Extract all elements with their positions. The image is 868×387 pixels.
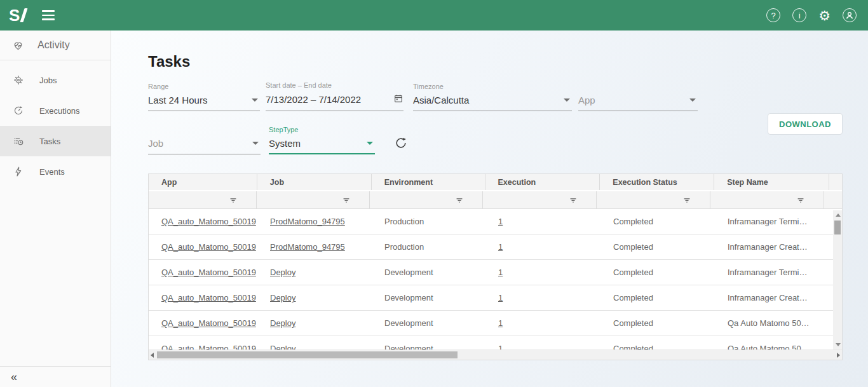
execution-link[interactable]: 1 (498, 318, 503, 328)
environment-cell: Development (372, 268, 485, 277)
app-link[interactable]: QA_auto_Matomo_50019 (161, 293, 256, 302)
filter-execution-status[interactable] (597, 191, 710, 208)
environment-cell: Production (372, 217, 485, 226)
environment-cell: Production (372, 242, 485, 252)
sidebar-section-activity[interactable]: Activity (0, 31, 111, 60)
heart-pulse-icon (12, 39, 24, 51)
step-name-cell: Inframanager Termi… (715, 268, 830, 277)
job-link[interactable]: Deploy (270, 293, 295, 302)
range-select[interactable]: Range Last 24 Hours (148, 83, 260, 111)
chevron-down-icon (252, 142, 259, 145)
timezone-select[interactable]: Timezone Asia/Calcutta (413, 83, 572, 111)
column-header-execution-status[interactable]: Execution Status (600, 174, 714, 190)
execution-link[interactable]: 1 (498, 293, 503, 302)
settings-gear-icon[interactable]: ⚙ (818, 9, 831, 22)
app-link[interactable]: QA_auto_Matomo_50019 (161, 268, 256, 277)
sidebar-collapse-button[interactable]: « (0, 366, 111, 387)
timezone-label: Timezone (413, 83, 572, 92)
scroll-left-icon[interactable] (151, 353, 154, 358)
column-header-execution[interactable]: Execution (485, 174, 600, 190)
horizontal-scroll-thumb[interactable] (157, 351, 458, 358)
scroll-up-icon[interactable] (836, 214, 841, 217)
job-link[interactable]: Deploy (270, 268, 295, 277)
app-link[interactable]: QA_auto_Matomo_50019 (161, 318, 256, 328)
download-button[interactable]: DOWNLOAD (768, 113, 843, 135)
help-icon[interactable]: ? (766, 8, 780, 22)
step-name-cell: Inframanager Termi… (715, 217, 830, 226)
table-row: QA_auto_Matomo_50019 ProdMatomo_94795 Pr… (149, 234, 833, 260)
job-link[interactable]: ProdMatomo_94795 (270, 242, 345, 252)
status-cell: Completed (600, 217, 715, 226)
filter-spacer (824, 191, 842, 208)
execution-link[interactable]: 1 (498, 268, 503, 277)
chevron-down-icon (689, 98, 696, 102)
execution-link[interactable]: 1 (498, 217, 503, 226)
main-content: Tasks Range Last 24 Hours Start date – E… (111, 31, 868, 387)
executions-gauge-icon (13, 105, 25, 117)
table-row: QA_auto_Matomo_50019 Deploy Development … (149, 311, 833, 336)
date-range-input[interactable]: Start date – End date 7/13/2022 – 7/14/2… (266, 81, 403, 111)
sidebar-item-jobs[interactable]: Jobs (0, 65, 111, 95)
job-link[interactable]: Deploy (270, 318, 295, 328)
sidebar-item-executions[interactable]: Executions (0, 95, 111, 126)
refresh-icon[interactable] (394, 136, 408, 153)
range-label: Range (148, 83, 260, 92)
vertical-scrollbar[interactable] (833, 210, 842, 350)
filter-step-name[interactable] (710, 191, 824, 208)
steptype-select[interactable]: StepType System (269, 126, 375, 154)
app-link[interactable]: QA_auto_Matomo_50019 (161, 217, 256, 226)
column-header-app[interactable]: App (149, 174, 257, 190)
tasks-list-icon (13, 135, 25, 147)
date-range-value: 7/13/2022 – 7/14/2022 (266, 94, 361, 105)
timezone-value: Asia/Calcutta (413, 95, 469, 105)
horizontal-scrollbar[interactable] (149, 350, 842, 360)
table-row: QA_auto_Matomo_50019 Deploy Development … (149, 285, 833, 311)
environment-cell: Development (372, 293, 485, 302)
scroll-right-icon[interactable] (837, 353, 840, 358)
filter-job[interactable] (257, 191, 370, 208)
menu-hamburger-icon[interactable] (42, 10, 55, 20)
scroll-down-icon[interactable] (836, 343, 841, 346)
vertical-scroll-thumb[interactable] (834, 221, 841, 234)
filters-row-1: Range Last 24 Hours Start date – End dat… (148, 81, 868, 111)
job-link[interactable]: ProdMatomo_94795 (270, 217, 345, 226)
account-icon[interactable] (843, 8, 857, 22)
sidebar-item-label: Executions (39, 106, 80, 116)
calendar-icon[interactable] (393, 93, 403, 105)
filter-execution[interactable] (483, 191, 597, 208)
top-app-bar: S ? i ⚙ (0, 0, 868, 31)
sidebar-item-label: Jobs (39, 76, 57, 85)
column-header-environment[interactable]: Environment (372, 174, 485, 190)
sidebar-item-tasks[interactable]: Tasks (0, 126, 111, 156)
filter-environment[interactable] (370, 191, 483, 208)
date-range-label: Start date – End date (266, 81, 403, 90)
app-logo[interactable]: S (9, 7, 25, 24)
range-value: Last 24 Hours (148, 95, 207, 105)
status-cell: Completed (600, 293, 715, 302)
page-title: Tasks (148, 31, 868, 71)
app-select[interactable]: App (578, 83, 698, 111)
jobs-cog-icon (13, 74, 25, 86)
events-bolt-icon (13, 166, 25, 178)
sidebar-section-label: Activity (37, 39, 70, 51)
logo-slash-mark (20, 8, 28, 22)
logo-letter: S (9, 7, 20, 24)
collapse-chevrons-icon: « (11, 370, 17, 384)
status-cell: Completed (600, 242, 715, 252)
column-header-job[interactable]: Job (257, 174, 372, 190)
column-header-spacer (829, 174, 842, 190)
status-cell: Completed (600, 318, 715, 328)
execution-link[interactable]: 1 (498, 242, 503, 252)
table-filter-row (149, 191, 842, 209)
step-name-cell: Qa Auto Matomo 50… (715, 318, 830, 328)
app-label-spacer (578, 83, 698, 92)
sidebar-item-events[interactable]: Events (0, 156, 111, 187)
app-placeholder: App (578, 95, 595, 105)
column-header-step-name[interactable]: Step Name (714, 174, 829, 190)
filter-app[interactable] (149, 191, 257, 208)
steptype-value: System (269, 138, 301, 149)
chevron-down-icon (252, 98, 258, 102)
app-link[interactable]: QA_auto_Matomo_50019 (161, 242, 256, 252)
info-icon[interactable]: i (792, 8, 806, 22)
job-select[interactable]: Job (148, 138, 261, 154)
